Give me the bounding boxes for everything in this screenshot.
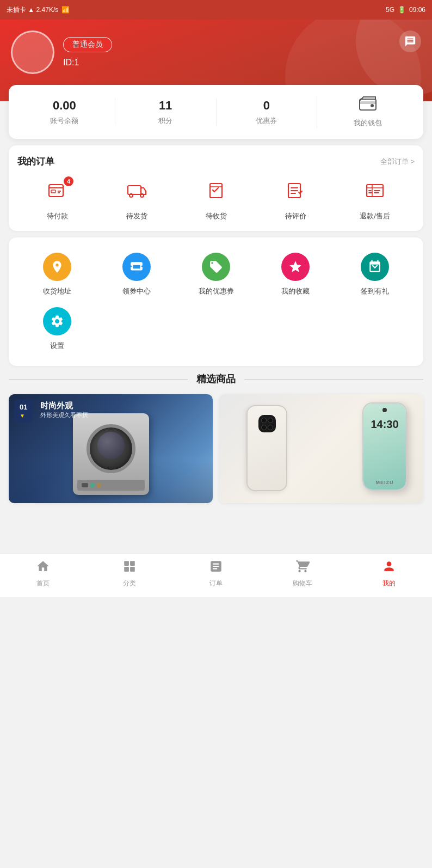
checkin-icon xyxy=(361,253,389,281)
coupons-stat[interactable]: 0 优惠券 xyxy=(216,99,317,126)
checkin-label: 签到有礼 xyxy=(337,286,412,296)
featured-section: 精选商品 01 ▼ 时尚外观 外形美观久看不厌 xyxy=(9,372,423,503)
svg-rect-15 xyxy=(124,567,129,572)
points-stat[interactable]: 11 积分 xyxy=(115,99,216,126)
stats-card: 0.00 账号余额 11 积分 0 优惠券 我的钱包 xyxy=(9,85,423,139)
svg-rect-14 xyxy=(130,561,135,566)
service-coupon-center[interactable]: 领券中心 xyxy=(97,247,176,302)
pending-receive-label: 待收货 xyxy=(176,211,256,221)
nav-home-label: 首页 xyxy=(36,579,50,588)
featured-title-row: 精选商品 xyxy=(9,372,423,386)
status-signal: 未插卡 ▲ 2.47K/s xyxy=(7,5,58,15)
refund-label: 退款/售后 xyxy=(335,211,415,221)
products-grid: 01 ▼ 时尚外观 外形美观久看不厌 xyxy=(9,394,423,503)
profile-row: 普通会员 ID:1 xyxy=(11,30,421,74)
orders-title: 我的订单 xyxy=(17,155,54,168)
nav-orders[interactable]: 订单 xyxy=(173,559,260,588)
refund-icon xyxy=(365,180,385,205)
wallet-icon xyxy=(319,96,416,115)
user-id: ID:1 xyxy=(63,58,421,68)
orders-more[interactable]: 全部订单 > xyxy=(380,157,415,167)
status-battery: 🔋 xyxy=(398,6,406,14)
address-label: 收货地址 xyxy=(20,286,95,296)
nav-orders-label: 订单 xyxy=(209,579,223,588)
favorites-label: 我的收藏 xyxy=(258,286,333,296)
favorites-icon xyxy=(281,253,310,281)
nav-mine[interactable]: 我的 xyxy=(345,559,432,588)
balance-stat[interactable]: 0.00 账号余额 xyxy=(14,99,115,126)
pending-ship-label: 待发货 xyxy=(97,211,176,221)
order-refund[interactable]: 退款/售后 xyxy=(335,179,415,221)
mine-icon xyxy=(382,559,396,577)
phone-time: 14:30 xyxy=(371,418,398,431)
svg-rect-16 xyxy=(130,567,135,572)
nav-cart[interactable]: 购物车 xyxy=(259,559,345,588)
services-grid: 收货地址 领券中心 我的优惠券 我的收藏 xyxy=(17,247,415,356)
orders-nav-icon xyxy=(209,559,223,577)
status-wifi: 📶 xyxy=(61,6,70,14)
balance-value: 0.00 xyxy=(16,99,113,113)
service-address[interactable]: 收货地址 xyxy=(17,247,97,302)
washer-promo-sub: 外形美观久看不厌 xyxy=(40,411,88,419)
washer-body xyxy=(73,413,149,495)
bottom-nav: 首页 分类 订单 购物车 xyxy=(0,553,432,597)
refund-icon-wrap xyxy=(361,179,389,207)
coupon-center-label: 领券中心 xyxy=(99,286,174,296)
svg-rect-13 xyxy=(124,561,129,566)
member-badge[interactable]: 普通会员 xyxy=(63,37,112,52)
pending-review-icon xyxy=(285,180,306,205)
status-right: 5G 🔋 09:06 xyxy=(386,6,425,14)
settings-label: 设置 xyxy=(20,341,95,351)
service-checkin[interactable]: 签到有礼 xyxy=(335,247,415,302)
phone-image: 14:30 MEIZU xyxy=(219,394,423,503)
order-pending-payment[interactable]: 4 待付款 xyxy=(17,179,97,221)
profile-info: 普通会员 ID:1 xyxy=(63,37,421,68)
phone-brand: MEIZU xyxy=(376,480,394,485)
my-coupons-icon xyxy=(202,253,230,281)
coupons-value: 0 xyxy=(219,99,315,113)
orders-header: 我的订单 全部订单 > xyxy=(17,155,415,168)
nav-category[interactable]: 分类 xyxy=(87,559,173,588)
svg-rect-1 xyxy=(360,101,376,104)
nav-cart-label: 购物车 xyxy=(293,579,312,588)
status-left: 未插卡 ▲ 2.47K/s 📶 xyxy=(7,5,70,15)
svg-rect-0 xyxy=(360,99,376,110)
svg-point-2 xyxy=(371,104,374,107)
order-icons-row: 4 待付款 待发货 xyxy=(17,179,415,221)
pending-receive-icon-wrap xyxy=(202,179,230,207)
wallet-stat[interactable]: 我的钱包 xyxy=(317,96,418,128)
product-phone-card[interactable]: 14:30 MEIZU xyxy=(219,394,423,503)
message-icon-button[interactable] xyxy=(399,30,421,52)
service-settings[interactable]: 设置 xyxy=(17,302,97,356)
my-coupons-label: 我的优惠券 xyxy=(178,286,254,296)
avatar[interactable] xyxy=(11,30,54,74)
order-pending-review[interactable]: 待评价 xyxy=(256,179,335,221)
category-icon xyxy=(122,559,137,577)
points-label: 积分 xyxy=(118,116,214,126)
svg-point-7 xyxy=(140,194,144,197)
nav-mine-label: 我的 xyxy=(382,579,396,588)
pending-review-icon-wrap xyxy=(281,179,310,207)
points-value: 11 xyxy=(118,99,214,113)
pending-ship-icon xyxy=(126,180,147,205)
order-pending-receive[interactable]: 待收货 xyxy=(176,179,256,221)
pending-payment-label: 待付款 xyxy=(17,211,97,221)
washer-promo-title: 时尚外观 xyxy=(40,401,88,411)
washer-door xyxy=(87,424,135,473)
coupons-label: 优惠券 xyxy=(219,116,315,126)
order-pending-ship[interactable]: 待发货 xyxy=(97,179,176,221)
washer-rank: 01 xyxy=(20,403,27,412)
pending-payment-icon-wrap: 4 xyxy=(43,179,71,207)
service-my-coupons[interactable]: 我的优惠券 xyxy=(176,247,256,302)
pending-ship-icon-wrap xyxy=(122,179,151,207)
status-network: 5G xyxy=(386,6,394,14)
product-washer-card[interactable]: 01 ▼ 时尚外观 外形美观久看不厌 xyxy=(9,394,213,503)
svg-rect-4 xyxy=(51,190,55,193)
home-icon xyxy=(36,559,50,577)
featured-title: 精选商品 xyxy=(196,372,236,386)
address-icon xyxy=(43,253,71,281)
nav-home[interactable]: 首页 xyxy=(0,559,87,588)
wallet-label: 我的钱包 xyxy=(319,118,416,128)
balance-label: 账号余额 xyxy=(16,116,113,126)
service-favorites[interactable]: 我的收藏 xyxy=(256,247,335,302)
